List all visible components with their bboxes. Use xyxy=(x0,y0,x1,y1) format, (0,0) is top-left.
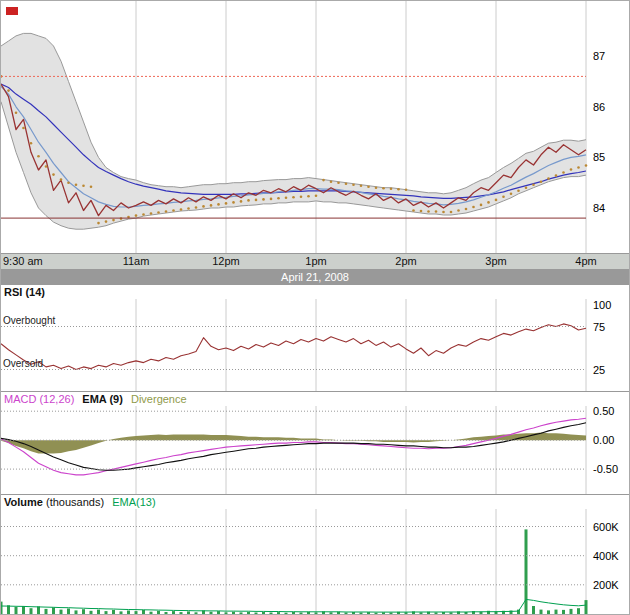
macd-legend: MACD (12,26) EMA (9) Divergence xyxy=(1,392,629,406)
rsi-chart-canvas: 1007525OverboughtOversold xyxy=(1,299,630,392)
svg-text:200K: 200K xyxy=(593,579,619,591)
rsi-title: RSI (14) xyxy=(4,286,45,298)
macd-title: MACD (12,26) xyxy=(4,393,74,405)
svg-text:600K: 600K xyxy=(593,521,619,533)
svg-text:-0.50: -0.50 xyxy=(593,463,618,475)
volume-title: Volume xyxy=(4,496,43,508)
time-label-930: 9:30 am xyxy=(3,255,43,267)
svg-text:0.50: 0.50 xyxy=(593,406,614,417)
volume-chart-canvas: 600K400K200K xyxy=(1,509,630,614)
time-label-4pm: 4pm xyxy=(575,255,596,267)
time-axis: 9:30 am 11am 12pm 1pm 2pm 3pm 4pm xyxy=(1,253,629,269)
svg-text:87: 87 xyxy=(593,50,605,62)
time-label-1pm: 1pm xyxy=(305,255,326,267)
macd-chart-canvas: 0.500.00-0.50 xyxy=(1,406,630,495)
svg-text:400K: 400K xyxy=(593,550,619,562)
svg-text:0.00: 0.00 xyxy=(593,434,614,446)
price-chart-canvas: 87868584 xyxy=(1,1,630,253)
volume-units-label: (thousands) xyxy=(43,496,104,508)
rsi-legend: RSI (14) xyxy=(1,285,629,299)
volume-legend: Volume (thousands) EMA(13) xyxy=(1,495,629,509)
macd-divergence-label: Divergence xyxy=(131,393,187,405)
time-label-2pm: 2pm xyxy=(395,255,416,267)
time-label-12pm: 12pm xyxy=(212,255,240,267)
svg-text:100: 100 xyxy=(593,299,611,311)
svg-text:86: 86 xyxy=(593,101,605,113)
svg-text:Overbought: Overbought xyxy=(3,315,55,326)
svg-text:84: 84 xyxy=(593,202,605,214)
svg-text:75: 75 xyxy=(593,321,605,333)
svg-text:25: 25 xyxy=(593,364,605,376)
svg-text:Oversold: Oversold xyxy=(3,358,43,369)
time-label-3pm: 3pm xyxy=(485,255,506,267)
stock-chart: 87868584 9:30 am 11am 12pm 1pm 2pm 3pm 4… xyxy=(0,0,630,615)
date-bar: April 21, 2008 xyxy=(1,269,629,285)
volume-ema-label: EMA(13) xyxy=(112,496,155,508)
svg-text:85: 85 xyxy=(593,151,605,163)
time-label-11am: 11am xyxy=(123,255,150,267)
price-panel: 87868584 xyxy=(1,1,629,253)
brand-mark-icon xyxy=(6,7,18,15)
macd-ema-label: EMA (9) xyxy=(82,393,123,405)
